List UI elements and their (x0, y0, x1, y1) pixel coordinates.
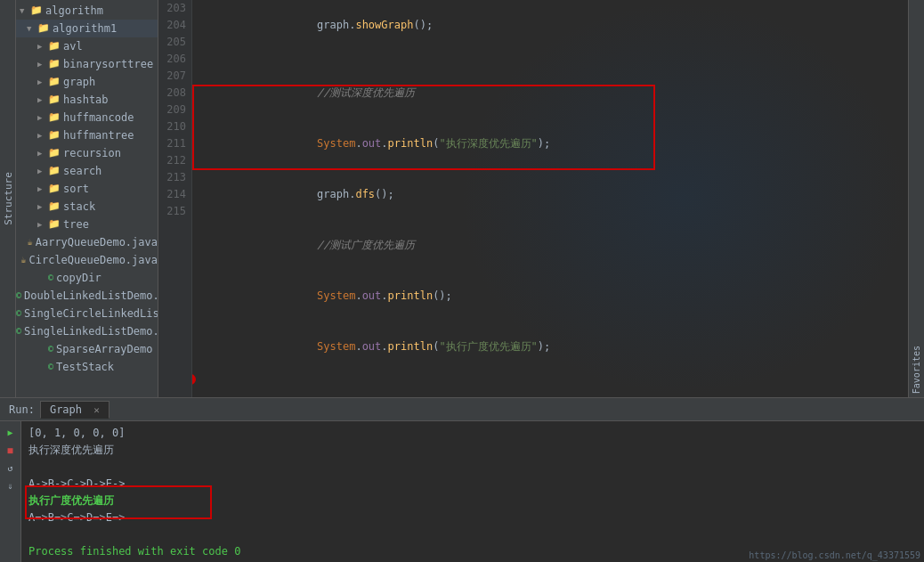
folder-icon: 📁 (48, 74, 61, 90)
folder-icon: 📁 (48, 38, 61, 54)
breakpoint-indicator (192, 374, 196, 385)
folder-icon: 📁 (48, 145, 61, 161)
tree-label: SingleLinkedListDemo.java (24, 323, 158, 339)
tree-item-singlecircle[interactable]: © SingleCircleLinkedListDemo (16, 305, 158, 322)
run-label: Run: (4, 403, 40, 416)
tree-label: huffmancode (63, 110, 134, 126)
tree-label: TestStack (56, 359, 114, 375)
folder-icon: 📁 (48, 216, 61, 232)
folder-icon: 📁 (48, 199, 61, 215)
main-content: Structure ▼ 📁 algorithm ▼ 📁 algorithm1 ▶… (0, 0, 924, 397)
console-line-5: 执行广度优先遍历 (28, 493, 917, 509)
bottom-tabs-bar: Run: Graph ✕ (0, 398, 924, 421)
step-button[interactable]: ⇓ (4, 478, 18, 493)
arrow-icon: ▼ (27, 20, 37, 37)
tree-item-algorithm[interactable]: ▼ 📁 algorithm (16, 2, 158, 20)
java-c-icon: © (48, 341, 53, 357)
tree-label: SparseArrayDemo (56, 341, 152, 357)
structure-label: Structure (2, 172, 13, 225)
tab-close-icon[interactable]: ✕ (93, 404, 100, 416)
console-line-4: A->B->C->D->E-> (28, 476, 917, 493)
java-c-icon: © (48, 270, 53, 286)
tree-item-aarryqueue[interactable]: ☕ AarryQueueDemo.java (16, 233, 158, 251)
arrow-icon: ▶ (37, 163, 48, 179)
tree-item-algorithm1[interactable]: ▼ 📁 algorithm1 (16, 20, 158, 37)
arrow-icon: ▶ (37, 181, 48, 197)
tree-label: tree (63, 216, 89, 232)
editor-area: 203 204 205 206 207 208 209 210 211 212 … (158, 0, 908, 397)
console-output: [0, 1, 0, 0, 0] 执行深度优先遍历 A->B->C->D->E->… (21, 421, 924, 562)
arrow-icon: ▶ (37, 216, 48, 232)
folder-icon: 📁 (37, 20, 50, 37)
tree-label: search (63, 163, 101, 179)
tree-item-teststack[interactable]: © TestStack (16, 358, 158, 376)
java-c-icon: © (48, 359, 53, 375)
folder-icon: 📁 (48, 56, 61, 72)
tree-item-circlequeue[interactable]: ☕ CircleQueueDemo.java (16, 251, 158, 269)
code-line-208: //测试广度优先遍历 (201, 220, 908, 271)
bottom-toolbar: ▶ ■ ↺ ⇓ (0, 421, 21, 562)
code-lines: graph.showGraph(); //测试深度优先遍历 System.out… (192, 0, 908, 397)
tree-label: avl (63, 38, 83, 54)
tree-item-recursion[interactable]: ▶ 📁 recursion (16, 144, 158, 162)
tree-item-sparsearray[interactable]: © SparseArrayDemo (16, 340, 158, 358)
tree-item-huffmancode[interactable]: ▶ 📁 huffmancode (16, 109, 158, 126)
console-line-7 (28, 526, 917, 543)
arrow-icon: ▶ (37, 199, 48, 215)
tree-item-singlelinked[interactable]: © SingleLinkedListDemo.java (16, 322, 158, 340)
arrow-icon: ▶ (37, 38, 48, 54)
tree-label: binarysorttree (63, 56, 153, 72)
tree-item-hashtab[interactable]: ▶ 📁 hashtab (16, 91, 158, 109)
tree-item-graph[interactable]: ▶ 📁 graph (16, 73, 158, 91)
console-line-2: 执行深度优先遍历 (28, 442, 917, 459)
tree-item-copydir[interactable]: © copyDir (16, 269, 158, 287)
tree-label: graph (63, 74, 95, 90)
tree-label: stack (63, 199, 95, 215)
watermark: https://blog.csdn.net/q_43371559 (749, 550, 920, 560)
tab-graph[interactable]: Graph ✕ (40, 401, 109, 419)
java-icon: ☕ (28, 234, 33, 250)
tree-item-tree[interactable]: ▶ 📁 tree (16, 216, 158, 233)
tab-graph-label: Graph (50, 403, 82, 416)
tree-item-search[interactable]: ▶ 📁 search (16, 162, 158, 180)
arrow-icon: ▼ (20, 3, 30, 19)
tree-label: huffmantree (63, 127, 134, 143)
arrow-icon: ▶ (37, 127, 48, 143)
code-line-211: graph.bfs(); (201, 372, 908, 397)
code-line-210: System.out.println("执行广度优先遍历"); (201, 322, 908, 372)
arrow-icon: ▶ (37, 110, 48, 126)
favorites-label: Favorites (912, 346, 921, 394)
arrow-icon: ▶ (37, 74, 48, 90)
arrow-icon: ▶ (37, 145, 48, 161)
tree-label: AarryQueueDemo.java (36, 234, 158, 250)
tree-item-sort[interactable]: ▶ 📁 sort (16, 180, 158, 198)
folder-icon: 📁 (30, 3, 43, 19)
tree-label: recursion (63, 145, 121, 161)
tree-item-doublelinked[interactable]: © DoubleLinkedListDemo.java (16, 287, 158, 305)
tree-item-stack[interactable]: ▶ 📁 stack (16, 198, 158, 216)
tree-label: DoubleLinkedListDemo.java (24, 288, 158, 304)
java-c-icon: © (16, 288, 21, 304)
console-line-1: [0, 1, 0, 0, 0] (28, 425, 917, 442)
code-line-209: System.out.println(); (201, 271, 908, 322)
bottom-content: ▶ ■ ↺ ⇓ [0, 1, 0, 0, 0] 执行深度优先遍历 A->B->C… (0, 421, 924, 562)
java-c-icon: © (16, 323, 21, 339)
code-line-205: //测试深度优先遍历 (201, 68, 908, 118)
tree-label: algorithm (45, 3, 103, 19)
tree-label: sort (63, 181, 89, 197)
tree-item-binarysorttree[interactable]: ▶ 📁 binarysorttree (16, 55, 158, 73)
arrow-icon: ▶ (37, 92, 48, 108)
console-line-6: A=>B=>C=>D=>E=> (28, 509, 917, 526)
code-line-206: System.out.println("执行深度优先遍历"); (201, 118, 908, 169)
play-button[interactable]: ▶ (4, 425, 18, 439)
folder-icon: 📁 (48, 110, 61, 126)
code-line-207: graph.dfs(); (201, 169, 908, 220)
rerun-button[interactable]: ↺ (4, 460, 18, 475)
console-line-3 (28, 459, 917, 476)
tree-label: hashtab (63, 92, 109, 108)
stop-button[interactable]: ■ (4, 443, 18, 457)
tree-label: algorithm1 (53, 20, 117, 37)
tree-item-avl[interactable]: ▶ 📁 avl (16, 37, 158, 55)
tree-label: copyDir (56, 270, 101, 286)
tree-item-huffmantree[interactable]: ▶ 📁 huffmantree (16, 126, 158, 144)
